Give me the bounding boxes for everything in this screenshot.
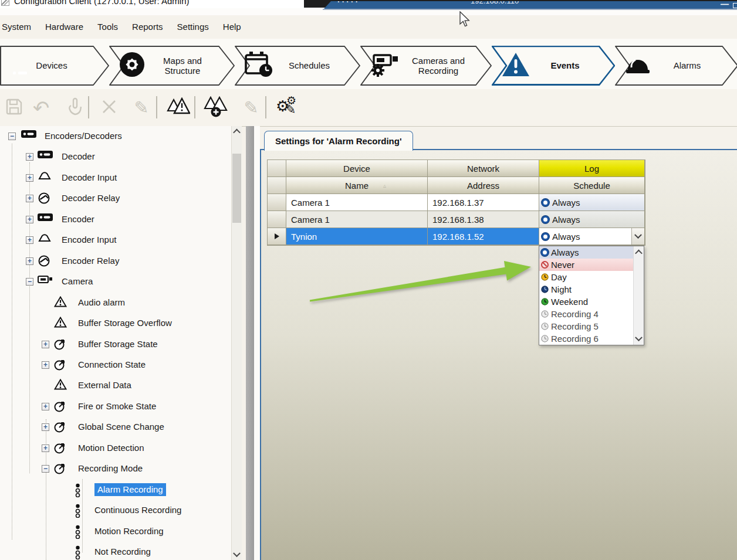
rdp-pin-icon[interactable]: ····· xyxy=(337,1,359,8)
rename-button[interactable]: ✎ xyxy=(129,95,154,121)
tree-item-label[interactable]: Buffer Storage State xyxy=(78,338,158,351)
menu-tools[interactable]: Tools xyxy=(90,19,125,34)
tree-item-label[interactable]: Encoder Input xyxy=(62,233,116,246)
scroll-up-icon[interactable] xyxy=(232,126,242,137)
tab-maps-and-structure[interactable]: Maps and Structure xyxy=(109,46,235,86)
dropdown-option-never[interactable]: Never xyxy=(539,259,636,271)
tree-item-label[interactable]: Decoder xyxy=(62,150,95,163)
tree-scrollbar[interactable] xyxy=(231,126,242,560)
expand-toggle[interactable]: + xyxy=(26,153,33,161)
cell-network-address[interactable]: 192.168.1.38 xyxy=(428,211,539,228)
tree-item-motion-recording[interactable]: Motion Recording xyxy=(0,522,231,542)
tree-item-label[interactable]: Not Recording xyxy=(94,545,151,558)
tree-item-label[interactable]: Continuous Recording xyxy=(94,504,181,517)
expand-toggle[interactable]: + xyxy=(42,361,49,369)
tree-item-label[interactable]: Encoders/Decoders xyxy=(45,130,122,142)
tree-item-motion-detection[interactable]: +Motion Detection xyxy=(0,439,231,459)
menu-system[interactable]: System xyxy=(0,19,38,34)
tree-item-label[interactable]: Global Scene Change xyxy=(78,420,164,433)
collapse-toggle[interactable]: − xyxy=(8,133,16,140)
collapse-toggle[interactable]: − xyxy=(42,465,49,473)
add-compound-event-button[interactable] xyxy=(203,95,229,121)
tree-item-connection-state[interactable]: +Connection State xyxy=(0,355,231,375)
tree-item-label[interactable]: Encoder xyxy=(62,213,94,226)
collapse-toggle[interactable]: − xyxy=(26,278,33,286)
dropdown-option-weekend[interactable]: Weekend xyxy=(539,296,636,308)
tree-item-alarm-recording[interactable]: Alarm Recording xyxy=(0,480,231,500)
tree-item-external-data[interactable]: External Data xyxy=(0,376,231,396)
expand-toggle[interactable]: + xyxy=(26,195,33,202)
tab-events[interactable]: Events xyxy=(492,46,615,86)
menu-reports[interactable]: Reports xyxy=(125,19,170,34)
schedule-combobox[interactable]: Always xyxy=(539,228,645,245)
combo-dropdown-button[interactable] xyxy=(631,228,644,245)
row-selector[interactable] xyxy=(268,228,286,245)
dropdown-scroll-down-icon[interactable] xyxy=(634,334,644,344)
dropdown-scrollbar[interactable] xyxy=(633,246,644,345)
save-button[interactable] xyxy=(1,95,27,121)
row-selector[interactable] xyxy=(268,194,286,211)
edit-compound-event-button[interactable]: ✎ xyxy=(238,95,264,121)
tree-item-encoder-input[interactable]: +Encoder Input xyxy=(0,230,231,250)
undo-button[interactable]: ↶ xyxy=(28,95,54,121)
dropdown-option-night[interactable]: Night xyxy=(539,283,636,296)
tree-item-recording-mode[interactable]: −Recording Mode xyxy=(0,459,231,479)
tree-item-label[interactable]: Decoder Input xyxy=(62,171,117,184)
expand-toggle[interactable]: + xyxy=(42,423,49,431)
tree-item-not-recording[interactable]: Not Recording xyxy=(0,542,231,560)
cell-schedule[interactable]: Always xyxy=(539,211,645,228)
tree-item-buffer-storage-state[interactable]: +Buffer Storage State xyxy=(0,335,231,355)
expand-toggle[interactable]: + xyxy=(26,216,33,223)
tree-item-decoder[interactable]: +Decoder xyxy=(0,147,231,167)
delete-button[interactable] xyxy=(96,95,122,121)
event-triangles-button[interactable] xyxy=(165,95,191,121)
menu-help[interactable]: Help xyxy=(216,19,248,34)
tree-item-fire-or-smoke-state[interactable]: +Fire or Smoke State xyxy=(0,397,231,417)
tree-item-decoder-relay[interactable]: +Decoder Relay xyxy=(0,189,231,209)
cell-network-address[interactable]: 192.168.1.37 xyxy=(428,194,539,211)
tree-item-label[interactable]: Motion Recording xyxy=(94,525,164,538)
expand-toggle[interactable]: + xyxy=(26,174,33,182)
panel-splitter[interactable] xyxy=(246,126,254,560)
tree-item-label[interactable]: Decoder Relay xyxy=(62,192,120,205)
tree-item-continuous-recording[interactable]: Continuous Recording xyxy=(0,501,231,521)
menu-settings[interactable]: Settings xyxy=(170,19,216,34)
cell-device-name[interactable]: Camera 1 xyxy=(286,211,428,228)
tree-item-label[interactable]: Encoder Relay xyxy=(62,254,119,267)
row-selector[interactable] xyxy=(268,211,286,228)
tree-item-decoder-input[interactable]: +Decoder Input xyxy=(0,168,231,188)
event-settings-button[interactable]: ⚙ ⚙ ✎ xyxy=(275,95,300,121)
tree-item-audio-alarm[interactable]: Audio alarm xyxy=(0,293,231,313)
column-header-address[interactable]: Address xyxy=(428,177,539,194)
column-group-log[interactable]: Log xyxy=(539,160,645,177)
tree-item-label[interactable]: Buffer Storage Overflow xyxy=(78,317,172,330)
column-group-network[interactable]: Network xyxy=(428,160,539,177)
tree-item-encoder[interactable]: +Encoder xyxy=(0,210,231,230)
expand-toggle[interactable]: + xyxy=(26,236,33,244)
dropdown-option-always[interactable]: Always xyxy=(539,246,636,259)
tree-item-label[interactable]: Alarm Recording xyxy=(94,483,166,496)
dropdown-option-day[interactable]: Day xyxy=(539,271,636,283)
dropdown-option-recording-6[interactable]: Recording 6 xyxy=(539,332,636,345)
tab-cameras-and-recording[interactable]: Cameras and Recording xyxy=(360,46,492,86)
tree-item-global-scene-change[interactable]: +Global Scene Change xyxy=(0,418,231,437)
cell-device-name[interactable]: Camera 1 xyxy=(286,194,428,211)
column-header-name[interactable]: Name▵ xyxy=(286,177,428,194)
expand-toggle[interactable]: + xyxy=(42,403,49,410)
dropdown-option-recording-5[interactable]: Recording 5 xyxy=(539,320,636,332)
pan-button[interactable] xyxy=(62,95,88,121)
dropdown-option-recording-4[interactable]: Recording 4 xyxy=(539,308,636,320)
rdp-minimize-icon[interactable]: — xyxy=(721,1,729,9)
tree-item-label[interactable]: Motion Detection xyxy=(78,442,144,454)
tree-item-label[interactable]: External Data xyxy=(78,379,131,392)
cell-schedule[interactable]: Always xyxy=(539,194,645,211)
tree-item-label[interactable]: Fire or Smoke State xyxy=(78,400,156,413)
tree-item-buffer-storage-overflow[interactable]: Buffer Storage Overflow xyxy=(0,314,231,334)
tree-item-label[interactable]: Recording Mode xyxy=(78,462,143,475)
menu-hardware[interactable]: Hardware xyxy=(38,19,90,34)
cell-device-name[interactable]: Tynion xyxy=(286,228,428,245)
tree-item-label[interactable]: Camera xyxy=(62,275,93,288)
dropdown-scroll-up-icon[interactable] xyxy=(634,247,644,257)
tree-item-label[interactable]: Connection State xyxy=(78,358,146,371)
scroll-down-icon[interactable] xyxy=(232,549,242,560)
